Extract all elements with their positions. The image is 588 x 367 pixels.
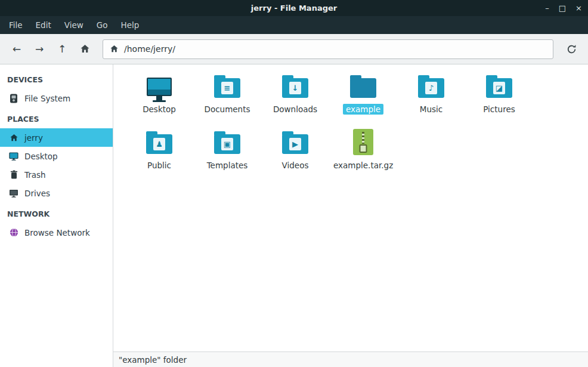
file-item-templates[interactable]: ▣ Templates [193, 128, 261, 183]
folder-music-icon: ♪ [417, 72, 445, 100]
file-item-music[interactable]: ♪ Music [397, 72, 465, 127]
back-icon: ← [13, 43, 21, 55]
statusbar: "example" folder [113, 351, 588, 367]
file-grid[interactable]: Desktop ≡ Documents ↓ Downloads [113, 64, 588, 351]
folder-public-icon: ♟ [145, 128, 174, 156]
sidebar-item-jerry[interactable]: jerry [0, 128, 113, 147]
sidebar-item-label: Drives [24, 189, 50, 198]
sidebar-item-label: Trash [24, 170, 46, 180]
file-label: Music [417, 104, 445, 115]
sidebar-item-label: File System [24, 94, 70, 103]
file-item-documents[interactable]: ≡ Documents [193, 72, 261, 127]
file-label: Templates [204, 160, 251, 171]
file-label: Documents [202, 104, 253, 115]
content-area: DEVICES File System PLACES jerry Desktop [0, 64, 588, 367]
folder-videos-icon: ▶ [281, 128, 310, 156]
path-bar[interactable]: /home/jerry/ [103, 39, 553, 59]
file-label: Public [144, 160, 174, 171]
file-label: Pictures [480, 104, 518, 115]
toolbar: ← → ↑ /home/jerry/ [0, 34, 588, 64]
sidebar-item-drives[interactable]: Drives [0, 184, 113, 202]
sidebar-item-desktop[interactable]: Desktop [0, 147, 113, 165]
maximize-icon[interactable]: □ [559, 4, 566, 12]
music-emblem-icon: ♪ [425, 82, 437, 94]
menu-help[interactable]: Help [114, 16, 146, 34]
window-title: jerry - File Manager [251, 4, 337, 13]
forward-button[interactable]: → [29, 38, 50, 60]
sidebar-heading-places: PLACES [0, 107, 113, 128]
forward-icon: → [35, 43, 44, 55]
desktop-icon [9, 152, 18, 161]
main-panel: Desktop ≡ Documents ↓ Downloads [113, 64, 588, 367]
menu-go[interactable]: Go [90, 16, 114, 34]
statusbar-text: "example" folder [119, 355, 187, 365]
file-label: example.tar.gz [330, 160, 396, 171]
download-emblem-icon: ↓ [289, 82, 301, 94]
sidebar-item-label: Desktop [24, 152, 58, 161]
home-icon [9, 133, 18, 143]
home-icon [80, 44, 90, 54]
file-item-public[interactable]: ♟ Public [125, 128, 193, 183]
folder-downloads-icon: ↓ [281, 72, 310, 100]
menu-edit[interactable]: Edit [29, 16, 58, 34]
minimize-icon[interactable]: – [545, 4, 549, 12]
sidebar: DEVICES File System PLACES jerry Desktop [0, 64, 113, 367]
path-text: /home/jerry/ [124, 44, 175, 54]
reload-button[interactable] [561, 38, 582, 60]
sidebar-item-browse-network[interactable]: Browse Network [0, 223, 113, 242]
file-label-selected: example [343, 104, 383, 115]
folder-documents-icon: ≡ [213, 72, 242, 100]
sidebar-item-label: jerry [24, 133, 43, 143]
folder-icon [349, 72, 377, 100]
menu-file[interactable]: File [2, 16, 29, 34]
file-item-downloads[interactable]: ↓ Downloads [261, 72, 329, 127]
picture-emblem-icon: ◪ [493, 82, 505, 94]
menubar: File Edit View Go Help [0, 16, 588, 34]
menu-view[interactable]: View [58, 16, 90, 34]
sidebar-item-file-system[interactable]: File System [0, 89, 113, 107]
sidebar-item-trash[interactable]: Trash [0, 165, 113, 184]
file-item-desktop[interactable]: Desktop [125, 72, 193, 127]
sidebar-item-label: Browse Network [24, 228, 90, 238]
file-system-icon [9, 94, 18, 103]
window-controls: – □ × [545, 0, 582, 16]
network-icon [9, 228, 18, 238]
desktop-icon [145, 72, 174, 100]
file-item-example-tar-gz[interactable]: example.tar.gz [329, 128, 397, 183]
close-icon[interactable]: × [575, 4, 582, 12]
trash-icon [9, 170, 18, 180]
reload-icon [567, 44, 577, 54]
video-emblem-icon: ▶ [289, 138, 301, 150]
up-icon: ↑ [58, 43, 66, 55]
file-label: Desktop [140, 104, 179, 115]
home-button[interactable] [74, 38, 95, 60]
file-label: Videos [279, 160, 312, 171]
folder-pictures-icon: ◪ [485, 72, 513, 100]
file-item-videos[interactable]: ▶ Videos [261, 128, 329, 183]
drives-icon [9, 189, 18, 198]
folder-templates-icon: ▣ [213, 128, 242, 156]
file-item-pictures[interactable]: ◪ Pictures [465, 72, 533, 127]
document-emblem-icon: ≡ [221, 82, 233, 94]
archive-icon [349, 128, 377, 156]
sidebar-heading-network: NETWORK [0, 202, 113, 223]
file-label: Downloads [270, 104, 320, 115]
file-item-example[interactable]: example [329, 72, 397, 127]
titlebar: jerry - File Manager – □ × [0, 0, 588, 16]
up-button[interactable]: ↑ [51, 38, 73, 60]
file-manager-window: jerry - File Manager – □ × File Edit Vie… [0, 0, 588, 367]
back-button[interactable]: ← [6, 38, 27, 60]
template-emblem-icon: ▣ [221, 138, 233, 150]
person-emblem-icon: ♟ [153, 138, 165, 150]
path-home-icon [110, 45, 119, 53]
sidebar-heading-devices: DEVICES [0, 68, 113, 89]
